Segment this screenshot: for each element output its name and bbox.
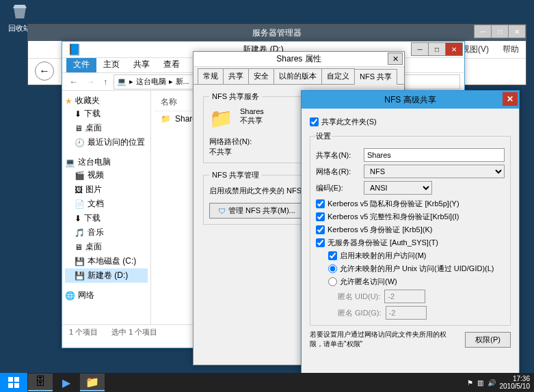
folder-icon: 📁 — [85, 376, 99, 389]
close-button[interactable]: ✕ — [388, 53, 403, 65]
sidebar-thispc[interactable]: 💻这台电脑 — [65, 156, 148, 168]
network-icon: 🌐 — [65, 291, 75, 300]
folder-icon: 📁 — [161, 114, 171, 124]
status-count: 1 个项目 — [69, 327, 98, 337]
menu-help[interactable]: 帮助 — [503, 44, 519, 55]
properties-title: Shares 属性 — [276, 53, 321, 65]
nfs-management-label: NFS 共享管理 — [209, 170, 262, 180]
start-button[interactable] — [0, 373, 27, 392]
windows-icon — [8, 377, 19, 388]
sidebar-item-music[interactable]: 🎵音乐 — [65, 225, 148, 240]
taskbar-powershell[interactable]: ▶ — [54, 374, 79, 391]
desktop-icon: 🖥 — [75, 124, 83, 133]
menu-view[interactable]: 视图(V) — [462, 44, 489, 55]
sidebar-item-pictures[interactable]: 🖼图片 — [65, 182, 148, 197]
unmapped-checkbox[interactable] — [328, 251, 337, 260]
sidebar-favorites[interactable]: ★收藏夹 — [65, 95, 148, 107]
music-icon: 🎵 — [75, 228, 85, 238]
ribbon-tab-view[interactable]: 查看 — [157, 57, 187, 72]
drive-icon: 💾 — [75, 271, 85, 281]
taskbar: 🗄 ▶ 📁 ⚑ ▥ 🔊 17:36 2010/5/10 — [0, 373, 534, 392]
explorer-sidebar: ★收藏夹 ⬇下载 🖥桌面 🕘最近访问的位置 💻这台电脑 🎬视频 🖼图片 📄文档 … — [62, 91, 151, 324]
nav-up-icon[interactable]: ↑ — [101, 75, 111, 88]
nfs-services-label: NFS 共享服务 — [209, 92, 262, 102]
ribbon-tab-home[interactable]: 主页 — [96, 57, 126, 72]
powershell-icon: ▶ — [62, 376, 70, 389]
sidebar-item-downloads[interactable]: ⬇下载 — [65, 107, 148, 121]
back-button[interactable]: ← — [35, 61, 54, 81]
sidebar-network[interactable]: 🌐网络 — [65, 290, 148, 301]
svg-rect-3 — [14, 383, 19, 388]
manage-nfs-button[interactable]: 🛡 管理 NFS 共享(M)... — [209, 203, 304, 219]
svg-rect-1 — [14, 377, 19, 382]
computer-icon: 💻 — [65, 158, 75, 167]
close-button[interactable]: ✕ — [508, 25, 526, 38]
server-mgr-titlebar[interactable]: 服务器管理器 ─ □ ✕ — [28, 25, 526, 41]
close-button[interactable]: ✕ — [445, 42, 463, 56]
flag-icon[interactable]: ⚑ — [467, 379, 473, 387]
sidebar-item-recent[interactable]: 🕘最近访问的位置 — [65, 135, 148, 150]
crumb-thispc[interactable]: 这台电脑 — [136, 76, 166, 87]
sidebar-item-desktop[interactable]: 🖥桌面 — [65, 121, 148, 135]
share-this-folder-checkbox[interactable]: 共享此文件夹(S) — [310, 115, 511, 128]
maximize-button[interactable]: □ — [491, 25, 509, 38]
minimize-button[interactable]: ─ — [411, 42, 429, 56]
minimize-button[interactable]: ─ — [474, 25, 492, 38]
permissions-button[interactable]: 权限(P) — [465, 332, 511, 348]
download-icon: ⬇ — [75, 109, 81, 119]
allow-unix-radio[interactable] — [328, 264, 337, 273]
recycle-bin-icon — [10, 1, 30, 22]
sidebar-item-documents[interactable]: 📄文档 — [65, 197, 148, 211]
taskbar-servermgr[interactable]: 🗄 — [28, 374, 53, 391]
tab-previous[interactable]: 以前的版本 — [273, 68, 322, 84]
system-tray[interactable]: ⚑ ▥ 🔊 17:36 2010/5/10 — [463, 375, 535, 390]
share-name-input[interactable] — [364, 148, 505, 162]
krb5p-checkbox[interactable] — [316, 199, 325, 208]
tab-nfs[interactable]: NFS 共享 — [354, 69, 397, 85]
sidebar-item-videos[interactable]: 🎬视频 — [65, 168, 148, 182]
encoding-select[interactable]: ANSI — [364, 181, 432, 195]
clock[interactable]: 17:36 2010/5/10 — [500, 375, 531, 390]
network-tray-icon[interactable]: ▥ — [477, 379, 483, 387]
close-button[interactable]: ✕ — [503, 92, 518, 106]
authsys-checkbox[interactable] — [316, 238, 325, 247]
taskbar-explorer[interactable]: 📁 — [80, 374, 105, 391]
shield-icon: 🛡 — [218, 207, 226, 215]
krb5i-checkbox[interactable] — [316, 212, 325, 221]
recent-icon: 🕘 — [75, 138, 85, 148]
server-mgr-title: 服务器管理器 — [252, 27, 302, 39]
share-checkbox-input[interactable] — [310, 117, 319, 126]
krb5-checkbox[interactable] — [316, 225, 325, 234]
document-icon: 📄 — [75, 199, 85, 209]
sidebar-item-desktop2[interactable]: 🖥桌面 — [65, 240, 148, 254]
settings-group: 设置 共享名(N): 网络名(R): NFS 编码(E): ANSI Kerbe… — [310, 131, 511, 326]
sidebar-item-newvolume[interactable]: 💾新建卷 (D:) — [65, 268, 148, 283]
video-icon: 🎬 — [75, 171, 85, 180]
download-icon: ⬇ — [75, 214, 81, 223]
tab-security[interactable]: 安全 — [248, 68, 274, 84]
permission-note: 若要设置用户通过网络访问此文件夹所用的权限，请单击"权限" — [310, 330, 459, 349]
sidebar-item-localc[interactable]: 💾本地磁盘 (C:) — [65, 254, 148, 268]
nav-back-icon[interactable]: ← — [66, 75, 81, 88]
ribbon-tab-share[interactable]: 共享 — [126, 57, 157, 72]
drive-icon: 📘 — [62, 43, 81, 56]
tab-general[interactable]: 常规 — [198, 68, 224, 84]
maximize-button[interactable]: □ — [428, 42, 446, 56]
sound-icon[interactable]: 🔊 — [488, 379, 496, 387]
settings-label: 设置 — [316, 131, 331, 141]
status-selected: 选中 1 个项目 — [111, 327, 157, 337]
ribbon-tab-file[interactable]: 文件 — [66, 57, 96, 72]
allow-anon-radio[interactable] — [328, 277, 337, 286]
net-name-select[interactable]: NFS — [364, 165, 505, 178]
anon-gid-label: 匿名 GID(G): — [338, 308, 382, 318]
sidebar-item-downloads2[interactable]: ⬇下载 — [65, 211, 148, 225]
tab-share[interactable]: 共享 — [223, 68, 249, 84]
crumb-current[interactable]: 新... — [176, 76, 189, 87]
drive-icon: 💾 — [75, 257, 85, 266]
share-status: 不共享 — [240, 115, 264, 126]
tab-custom[interactable]: 自定义 — [321, 68, 355, 84]
svg-rect-0 — [8, 377, 13, 382]
nav-forward-icon[interactable]: → — [83, 75, 98, 88]
picture-icon: 🖼 — [75, 185, 83, 195]
anon-uid-label: 匿名 UID(U): — [338, 292, 380, 302]
